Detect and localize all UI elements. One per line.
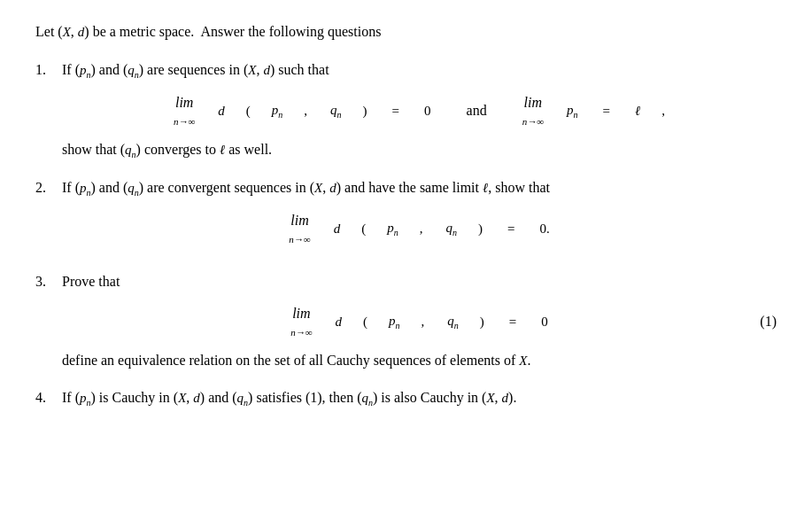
problem-content-4: If (pn) is Cauchy in (X, d) and (qn) sat…	[62, 386, 777, 410]
problem-content-3: Prove that lim n→∞ d(pn,qn) = 0 (1) defi…	[62, 270, 777, 371]
problem-3-text: Prove that	[62, 274, 120, 289]
problem-1: 1. If (pn) and (qn) are sequences in (X,…	[35, 58, 777, 162]
equation-number-1: (1)	[760, 310, 777, 333]
problem-2-text: If (pn) and (qn) are convergent sequence…	[62, 180, 550, 195]
problem-content-2: If (pn) and (qn) are convergent sequence…	[62, 176, 777, 256]
problem-4-text: If (pn) is Cauchy in (X, d) and (qn) sat…	[62, 390, 516, 405]
problem-2: 2. If (pn) and (qn) are convergent seque…	[35, 176, 777, 256]
problem-list: 1. If (pn) and (qn) are sequences in (X,…	[35, 58, 777, 410]
problem-number-4: 4.	[35, 386, 62, 409]
problem-number-2: 2.	[35, 176, 62, 199]
problem-content-1: If (pn) and (qn) are sequences in (X, d)…	[62, 58, 777, 162]
problem-4: 4. If (pn) is Cauchy in (X, d) and (qn) …	[35, 386, 777, 410]
problem-3-display-eq: lim n→∞ d(pn,qn) = 0 (1)	[62, 302, 777, 340]
problem-1-display-eq: lim n→∞ d(pn,qn) = 0 and lim n→∞ pn =	[62, 91, 777, 129]
problem-2-display-eq: lim n→∞ d(pn,qn) = 0.	[62, 209, 777, 247]
problem-number-3: 3.	[35, 270, 62, 293]
page-container: Let (X, d) be a metric space. Answer the…	[35, 21, 777, 410]
problem-3: 3. Prove that lim n→∞ d(pn,qn) = 0 (1)	[35, 270, 777, 371]
problem-1-text-after: show that (qn) converges to ℓ as well.	[62, 142, 272, 157]
problem-3-text-after: define an equivalence relation on the se…	[62, 353, 530, 368]
problem-number-1: 1.	[35, 58, 62, 82]
intro-text: Let (X, d) be a metric space. Answer the…	[35, 21, 777, 43]
problem-1-text: If (pn) and (qn) are sequences in (X, d)…	[62, 62, 329, 77]
